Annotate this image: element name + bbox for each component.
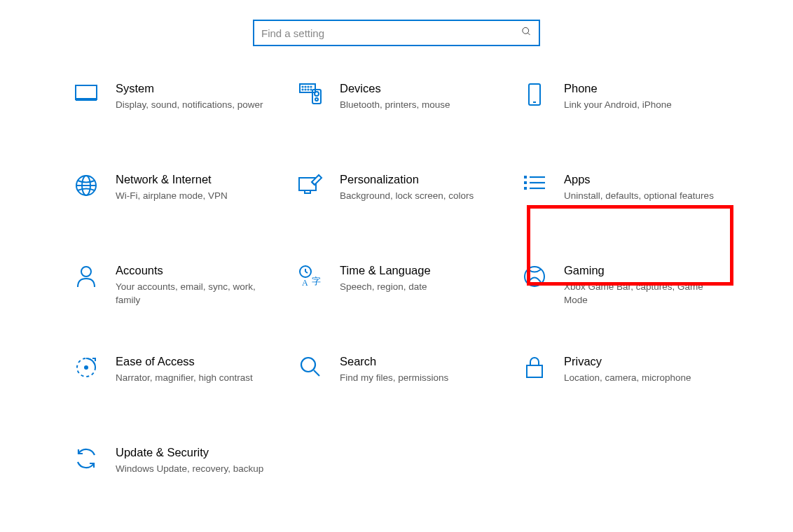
tile-search[interactable]: Search Find my files, permissions: [298, 347, 522, 392]
tile-personalization-desc: Background, lock screen, colors: [340, 190, 474, 202]
tile-apps[interactable]: Apps Uninstall, defaults, optional featu…: [522, 165, 746, 210]
tile-phone-desc: Link your Android, iPhone: [564, 99, 672, 111]
tile-gaming-text: Gaming Xbox Game Bar, captures, Game Mod…: [564, 263, 739, 307]
tile-privacy-title: Privacy: [564, 354, 691, 369]
sync-icon: [74, 447, 99, 472]
svg-line-40: [314, 370, 319, 376]
svg-text:字: 字: [312, 276, 321, 286]
tile-network-title: Network & Internet: [116, 172, 228, 187]
tile-update-security[interactable]: Update & Security Windows Update, recove…: [74, 438, 298, 483]
tile-accounts[interactable]: Accounts Your accounts, email, sync, wor…: [74, 256, 298, 314]
svg-point-38: [84, 365, 88, 370]
svg-point-11: [308, 89, 308, 90]
svg-point-39: [301, 358, 315, 372]
row-4: Ease of Access Narrator, magnifier, high…: [74, 347, 746, 423]
tile-personalization[interactable]: Personalization Background, lock screen,…: [298, 165, 522, 210]
tile-time-desc: Speech, region, date: [340, 281, 431, 293]
svg-point-7: [308, 86, 308, 87]
tile-personalization-text: Personalization Background, lock screen,…: [340, 172, 486, 203]
tile-phone-title: Phone: [564, 81, 672, 96]
time-language-icon: A 字: [298, 265, 323, 290]
tile-devices-title: Devices: [340, 81, 450, 96]
settings-home: System Display, sound, notifications, po…: [0, 20, 793, 514]
ease-of-access-icon: [74, 356, 99, 381]
tile-network-desc: Wi-Fi, airplane mode, VPN: [116, 190, 228, 202]
tile-privacy-text: Privacy Location, camera, microphone: [564, 354, 704, 385]
tile-ease-desc: Narrator, magnifier, high contrast: [116, 372, 253, 384]
tile-update-text: Update & Security Windows Update, recove…: [116, 445, 276, 476]
devices-icon: [298, 83, 323, 108]
svg-line-33: [305, 272, 308, 273]
svg-rect-24: [524, 176, 527, 178]
tile-apps-desc: Uninstall, defaults, optional features: [564, 190, 714, 202]
row-2: Network & Internet Wi-Fi, airplane mode,…: [74, 165, 746, 241]
tile-search-text: Search Find my files, permissions: [340, 354, 461, 385]
tile-apps-title: Apps: [564, 172, 714, 187]
tile-apps-text: Apps Uninstall, defaults, optional featu…: [564, 172, 726, 203]
tile-time-language[interactable]: A 字 Time & Language Speech, region, date: [298, 256, 522, 301]
globe-icon: [74, 174, 99, 199]
tile-ease-text: Ease of Access Narrator, magnifier, high…: [116, 354, 266, 385]
svg-point-8: [310, 86, 311, 87]
tile-gaming-desc: Xbox Game Bar, captures, Game Mode: [564, 281, 726, 306]
search-input[interactable]: [253, 20, 540, 46]
tile-search-desc: Find my files, permissions: [340, 372, 448, 384]
search-box-wrap: [253, 20, 540, 46]
tile-gaming-title: Gaming: [564, 263, 726, 278]
svg-rect-26: [524, 181, 527, 184]
svg-point-9: [302, 89, 303, 90]
xbox-icon: [522, 265, 547, 290]
categories-grid: System Display, sound, notifications, po…: [74, 74, 746, 514]
svg-rect-22: [305, 190, 310, 193]
tile-update-desc: Windows Update, recovery, backup: [116, 463, 263, 475]
personalization-icon: [298, 174, 323, 199]
svg-point-10: [305, 89, 305, 90]
svg-text:A: A: [302, 278, 308, 288]
lock-icon: [522, 356, 547, 381]
person-icon: [74, 265, 99, 290]
system-icon: [74, 83, 99, 108]
apps-icon: [522, 174, 547, 199]
tile-phone[interactable]: Phone Link your Android, iPhone: [522, 74, 746, 119]
svg-point-14: [315, 92, 319, 96]
tile-ease-of-access[interactable]: Ease of Access Narrator, magnifier, high…: [74, 347, 298, 392]
tile-network-text: Network & Internet Wi-Fi, airplane mode,…: [116, 172, 240, 203]
tile-ease-title: Ease of Access: [116, 354, 253, 369]
tile-update-title: Update & Security: [116, 445, 263, 460]
row-1: System Display, sound, notifications, po…: [74, 74, 746, 150]
svg-point-6: [305, 86, 305, 87]
tile-time-title: Time & Language: [340, 263, 431, 278]
magnifier-icon: [298, 356, 323, 381]
svg-rect-28: [524, 187, 527, 190]
tile-devices-desc: Bluetooth, printers, mouse: [340, 99, 450, 111]
tile-system-desc: Display, sound, notifications, power: [116, 99, 263, 111]
tile-phone-text: Phone Link your Android, iPhone: [564, 81, 684, 112]
tile-accounts-desc: Your accounts, email, sync, work, family: [116, 281, 278, 306]
tile-accounts-text: Accounts Your accounts, email, sync, wor…: [116, 263, 291, 307]
svg-rect-2: [76, 85, 97, 99]
tile-personalization-title: Personalization: [340, 172, 474, 187]
row-3: Accounts Your accounts, email, sync, wor…: [74, 256, 746, 332]
tile-system-title: System: [116, 81, 263, 96]
tile-accounts-title: Accounts: [116, 263, 278, 278]
svg-point-5: [302, 86, 303, 87]
tile-network[interactable]: Network & Internet Wi-Fi, airplane mode,…: [74, 165, 298, 210]
svg-rect-41: [527, 365, 542, 377]
tile-devices[interactable]: Devices Bluetooth, printers, mouse: [298, 74, 522, 119]
phone-icon: [522, 83, 547, 108]
row-5: Update & Security Windows Update, recove…: [74, 438, 746, 514]
tile-privacy[interactable]: Privacy Location, camera, microphone: [522, 347, 746, 392]
tile-search-title: Search: [340, 354, 448, 369]
svg-point-30: [81, 267, 91, 276]
tile-devices-text: Devices Bluetooth, printers, mouse: [340, 81, 463, 112]
svg-point-12: [310, 89, 311, 90]
tile-system-text: System Display, sound, notifications, po…: [116, 81, 276, 112]
svg-point-15: [315, 98, 318, 101]
tile-privacy-desc: Location, camera, microphone: [564, 372, 691, 384]
tile-gaming[interactable]: Gaming Xbox Game Bar, captures, Game Mod…: [522, 256, 746, 314]
tile-system[interactable]: System Display, sound, notifications, po…: [74, 74, 298, 119]
tile-time-text: Time & Language Speech, region, date: [340, 263, 443, 294]
